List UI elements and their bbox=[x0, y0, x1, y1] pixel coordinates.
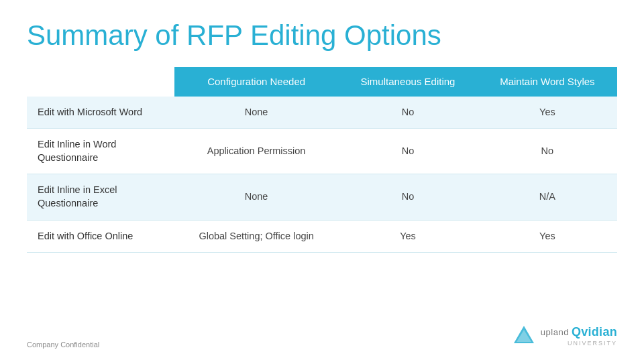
row-option-label: Edit Inline in Word Questionnaire bbox=[27, 129, 174, 174]
upland-logo-icon bbox=[511, 323, 537, 349]
comparison-table: Configuration Needed Simultaneous Editin… bbox=[27, 67, 617, 253]
row-styles-value: Yes bbox=[478, 220, 617, 253]
row-styles-value: No bbox=[478, 129, 617, 174]
col-header-styles: Maintain Word Styles bbox=[478, 67, 617, 97]
row-option-label: Edit Inline in Excel Questionnaire bbox=[27, 174, 174, 220]
logo-upland-text: upland bbox=[541, 327, 569, 337]
footer: Company Confidential upland Qvidian UNIV… bbox=[27, 323, 617, 349]
table-wrapper: Configuration Needed Simultaneous Editin… bbox=[27, 67, 617, 314]
row-config-value: None bbox=[174, 174, 338, 220]
table-row: Edit Inline in Word QuestionnaireApplica… bbox=[27, 129, 617, 174]
col-header-simultaneous: Simultaneous Editing bbox=[338, 67, 478, 97]
table-row: Edit with Office OnlineGlobal Setting; O… bbox=[27, 220, 617, 253]
row-simultaneous-value: No bbox=[338, 174, 478, 220]
logo-text-block: upland Qvidian UNIVERSITY bbox=[541, 325, 617, 347]
row-config-value: Global Setting; Office login bbox=[174, 220, 338, 253]
row-config-value: None bbox=[174, 97, 338, 129]
row-styles-value: N/A bbox=[478, 174, 617, 220]
row-styles-value: Yes bbox=[478, 97, 617, 129]
row-config-value: Application Permission bbox=[174, 129, 338, 174]
row-simultaneous-value: No bbox=[338, 97, 478, 129]
col-header-config: Configuration Needed bbox=[174, 67, 338, 97]
company-confidential-label: Company Confidential bbox=[27, 341, 99, 349]
row-simultaneous-value: No bbox=[338, 129, 478, 174]
row-simultaneous-value: Yes bbox=[338, 220, 478, 253]
table-row: Edit with Microsoft WordNoneNoYes bbox=[27, 97, 617, 129]
logo-university-text: UNIVERSITY bbox=[568, 340, 617, 347]
logo-qvidian-text: Qvidian bbox=[572, 325, 617, 339]
page-title: Summary of RFP Editing Options bbox=[27, 20, 617, 51]
page: Summary of RFP Editing Options Configura… bbox=[0, 0, 644, 362]
row-option-label: Edit with Microsoft Word bbox=[27, 97, 174, 129]
col-header-option bbox=[27, 67, 174, 97]
logo-area: upland Qvidian UNIVERSITY bbox=[511, 323, 617, 349]
table-row: Edit Inline in Excel QuestionnaireNoneNo… bbox=[27, 174, 617, 220]
row-option-label: Edit with Office Online bbox=[27, 220, 174, 253]
